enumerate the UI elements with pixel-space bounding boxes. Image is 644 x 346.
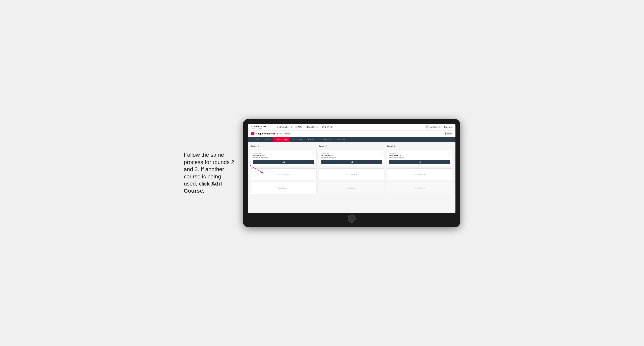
- top-nav: SCOREBOARD Powered by clippd TOURNAMENTS…: [248, 124, 456, 131]
- add-course-slot-r1-1[interactable]: Add Course +: [251, 168, 316, 180]
- course-tee: Yellow (M) (6629 yds): [389, 157, 404, 159]
- tab-printables[interactable]: Printables: [334, 137, 348, 142]
- round-3-title: Round 3: [387, 145, 452, 148]
- course-a-label: (Course A): [321, 152, 336, 154]
- delete-course-icon[interactable]: 🗑: [380, 152, 382, 155]
- course-name: Peachtree GC: [321, 155, 336, 157]
- sub-header: C Clippd Invitational (Men) Hosting Canc…: [248, 131, 456, 137]
- tab-leaderboards[interactable]: Leaderboards: [317, 137, 334, 142]
- nav-rankings[interactable]: RANKINGS: [322, 126, 332, 129]
- edit-button-r3[interactable]: Edit: [389, 160, 450, 164]
- course-info: (Course A) Peachtree GC Yellow (M) (6629…: [389, 152, 404, 160]
- add-course-label: Add Course: [278, 187, 288, 189]
- instruction-bold: Add Course.: [184, 180, 222, 194]
- course-name: Peachtree GC: [253, 155, 268, 157]
- logo-scoreboard: SCOREBOARD: [251, 125, 268, 128]
- main-content: Round 1 (Course A) Peachtree GC Yellow (…: [248, 142, 456, 213]
- delete-course-icon[interactable]: 🗑: [448, 152, 450, 155]
- round-1-title: Round 1: [251, 145, 316, 148]
- add-course-slot-r2-2: Add Course +: [319, 182, 384, 194]
- nav-committee[interactable]: COMMITTEE: [306, 126, 318, 129]
- instruction-text: Follow the same process for rounds 2 and…: [184, 152, 235, 194]
- edit-button-r1[interactable]: Edit: [253, 160, 314, 164]
- plus-icon: +: [288, 173, 290, 175]
- add-course-label: Add Course: [278, 173, 288, 175]
- round-1-column: Round 1 (Course A) Peachtree GC Yellow (…: [251, 145, 316, 194]
- tournament-info: C Clippd Invitational (Men) Hosting: [251, 132, 291, 136]
- hosting-badge: Hosting: [284, 132, 291, 135]
- add-course-label: Add Course: [346, 173, 355, 175]
- home-button[interactable]: [348, 215, 356, 223]
- round-2-column: Round 2 (Course A) Peachtree GC Yellow (…: [319, 145, 384, 194]
- course-tee: Yellow (M) (6629 yds): [321, 157, 336, 159]
- avatar: [426, 125, 428, 129]
- delete-course-icon[interactable]: 🗑: [312, 152, 314, 155]
- logo-area: SCOREBOARD Powered by clippd: [251, 125, 268, 129]
- nav-right: blair@clippd.io | Sign out: [426, 125, 452, 129]
- course-info: (Course A) Peachtree GC Yellow (M) (6629…: [321, 152, 336, 160]
- plus-icon: +: [424, 187, 425, 189]
- course-a-label: (Course A): [253, 152, 268, 154]
- tab-course-setup[interactable]: Course Setup: [273, 137, 290, 142]
- tablet-frame: SCOREBOARD Powered by clippd TOURNAMENTS…: [243, 119, 460, 227]
- course-tee: Yellow (M) (6629 yds): [253, 157, 268, 159]
- course-a-label: (Course A): [389, 152, 404, 154]
- plus-icon: +: [356, 173, 357, 175]
- edit-button-r2[interactable]: Edit: [321, 160, 382, 164]
- tablet-screen: SCOREBOARD Powered by clippd TOURNAMENTS…: [248, 124, 456, 213]
- add-course-label: Add Course: [414, 187, 423, 189]
- tournament-type: (Men): [277, 133, 282, 135]
- course-card-header: (Course A) Peachtree GC Yellow (M) (6629…: [321, 152, 382, 160]
- tab-results[interactable]: Results: [306, 137, 317, 142]
- user-email: blair@clippd.io: [430, 126, 442, 128]
- plus-icon: +: [288, 187, 290, 189]
- page-wrapper: Follow the same process for rounds 2 and…: [184, 119, 460, 227]
- add-course-slot-r3-2: Add Course +: [387, 182, 452, 194]
- tab-details[interactable]: Details: [251, 137, 262, 142]
- tab-tee-groups[interactable]: Tee Groups: [290, 137, 306, 142]
- cancel-button[interactable]: Cancel: [446, 132, 452, 135]
- course-card-header: (Course A) Peachtree GC Yellow (M) (6629…: [389, 152, 450, 160]
- add-course-slot-r3-1[interactable]: Add Course +: [387, 168, 452, 180]
- round-3-column: Round 3 (Course A) Peachtree GC Yellow (…: [387, 145, 452, 194]
- add-course-label: Add Course: [414, 173, 423, 175]
- add-course-label: Add Course: [346, 187, 355, 189]
- tab-bar: Details Teams Course Setup Tee Groups Re…: [248, 137, 456, 142]
- rounds-grid: Round 1 (Course A) Peachtree GC Yellow (…: [251, 145, 452, 194]
- sign-out-link[interactable]: Sign out: [444, 126, 452, 129]
- nav-links: TOURNAMENTS TEAMS COMMITTEE RANKINGS: [276, 126, 420, 129]
- tab-teams[interactable]: Teams: [262, 137, 273, 142]
- course-info: (Course A) Peachtree GC Yellow (M) (6629…: [253, 152, 268, 160]
- c-logo-icon: C: [251, 132, 254, 136]
- plus-icon: +: [424, 173, 425, 175]
- nav-teams[interactable]: TEAMS: [295, 126, 302, 129]
- separator: |: [443, 126, 443, 128]
- round-1-course-card: (Course A) Peachtree GC Yellow (M) (6629…: [251, 150, 316, 167]
- instruction-line: Follow the same process for rounds 2 and…: [184, 152, 234, 194]
- tournament-name: Clippd Invitational: [256, 133, 275, 135]
- add-course-slot-r2-1[interactable]: Add Course +: [319, 168, 384, 180]
- round-2-course-card: (Course A) Peachtree GC Yellow (M) (6629…: [319, 150, 384, 167]
- logo-powered: Powered by clippd: [251, 128, 268, 129]
- course-card-header: (Course A) Peachtree GC Yellow (M) (6629…: [253, 152, 314, 160]
- course-name: Peachtree GC: [389, 155, 404, 157]
- plus-icon: +: [356, 187, 357, 189]
- round-2-title: Round 2: [319, 145, 384, 148]
- round-3-course-card: (Course A) Peachtree GC Yellow (M) (6629…: [387, 150, 452, 167]
- nav-tournaments[interactable]: TOURNAMENTS: [276, 126, 292, 129]
- add-course-slot-r1-2[interactable]: Add Course +: [251, 182, 316, 194]
